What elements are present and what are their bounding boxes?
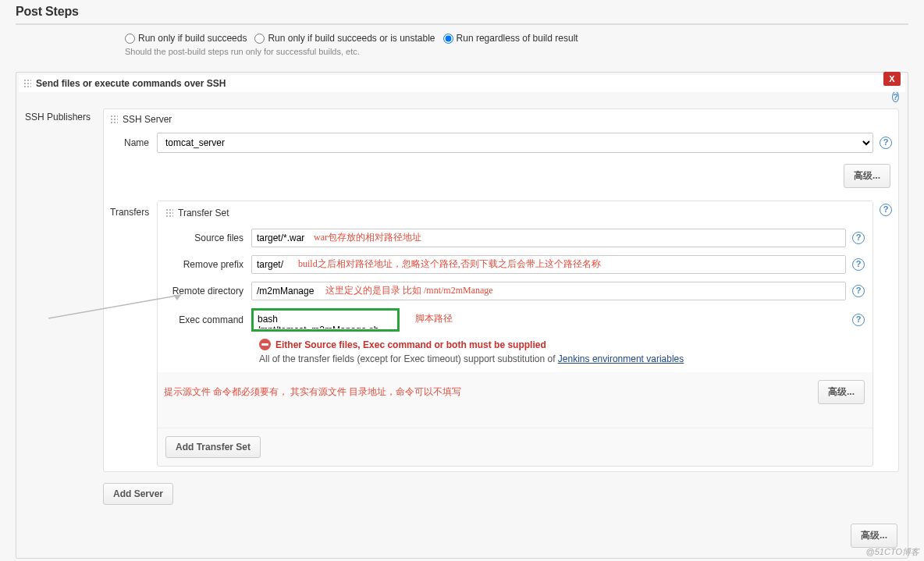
run-hint: Should the post-build steps run only for… (8, 45, 916, 67)
transfer-advanced-button[interactable]: 高级... (818, 380, 865, 404)
run-opt-unstable[interactable]: Run only if build succeeds or is unstabl… (254, 33, 435, 44)
remove-prefix-label: Remove prefix (165, 259, 251, 270)
step-advanced-button[interactable]: 高级... (851, 524, 897, 548)
error-icon (259, 339, 271, 350)
name-label: Name (110, 137, 157, 148)
chinese-note: 提示源文件 命令都必须要有， 其实有源文件 目录地址，命令可以不填写 (158, 378, 810, 407)
add-server-button[interactable]: Add Server (103, 483, 173, 505)
source-files-input[interactable] (251, 229, 846, 247)
ssh-server-label: SSH Server (123, 114, 172, 125)
ssh-server-advanced-button[interactable]: 高级... (844, 164, 890, 188)
exec-annotation: 脚本路径 (415, 312, 453, 325)
remote-directory-label: Remote directory (165, 286, 251, 296)
help-icon[interactable] (880, 137, 892, 149)
remote-directory-input[interactable] (251, 282, 846, 300)
ssh-step-header: Send files or execute commands over SSH (19, 75, 905, 92)
transfers-label: Transfers (110, 201, 157, 467)
section-title: Post Steps (16, 0, 908, 25)
help-icon[interactable] (852, 232, 865, 244)
add-transfer-set-button[interactable]: Add Transfer Set (165, 436, 261, 458)
publishers-label: SSH Publishers (25, 108, 103, 513)
watermark: @51CTO博客 (866, 546, 919, 558)
source-files-label: Source files (165, 233, 251, 243)
error-text: Either Source files, Exec command or bot… (275, 339, 546, 350)
help-icon[interactable] (892, 91, 899, 102)
help-icon[interactable] (852, 258, 865, 271)
remove-prefix-input[interactable] (251, 255, 846, 274)
ssh-step-title: Send files or execute commands over SSH (36, 78, 226, 89)
help-icon[interactable] (880, 204, 892, 216)
help-icon[interactable] (852, 285, 865, 297)
env-vars-link[interactable]: Jenkins environment variables (558, 353, 684, 364)
ssh-publisher-panel: SSH Server Name tomcat_server 高级... Tran… (103, 108, 899, 472)
exec-command-input[interactable]: bash /mnt/tomcat_m2mManage.sh (254, 311, 396, 328)
ssh-step: Send files or execute commands over SSH … (16, 72, 908, 559)
help-icon[interactable] (852, 314, 865, 326)
transfer-set-panel: Transfer Set Source files war包存放的相对路径地址 (157, 201, 873, 467)
run-opt-succeeds[interactable]: Run only if build succeeds (125, 33, 247, 44)
drag-handle-icon[interactable] (23, 79, 31, 88)
drag-handle-icon[interactable] (110, 115, 118, 124)
exec-command-label: Exec command (165, 314, 251, 325)
drag-handle-icon[interactable] (165, 208, 173, 218)
info-text: All of the transfer fields (except for E… (158, 352, 872, 372)
delete-step-button[interactable] (883, 72, 901, 86)
transfer-set-label: Transfer Set (178, 208, 229, 218)
run-opt-regardless[interactable]: Run regardless of build result (443, 33, 578, 44)
ssh-server-select[interactable]: tomcat_server (157, 133, 873, 153)
run-options: Run only if build succeeds Run only if b… (8, 30, 916, 45)
